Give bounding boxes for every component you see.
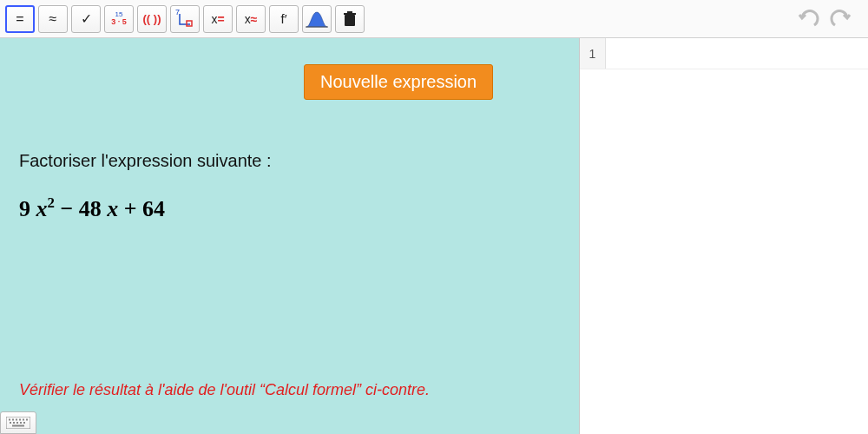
redo-button[interactable] bbox=[826, 6, 856, 32]
cas-row: 1 bbox=[580, 38, 868, 69]
svg-rect-9 bbox=[19, 419, 21, 421]
cas-input[interactable] bbox=[606, 38, 868, 69]
svg-rect-2 bbox=[345, 15, 355, 26]
svg-rect-8 bbox=[16, 419, 17, 421]
tool-numeric[interactable]: ≈ bbox=[38, 5, 68, 33]
svg-rect-11 bbox=[26, 419, 28, 421]
instruction-text: Factoriser l'expression suivante : bbox=[19, 151, 272, 171]
redo-icon bbox=[830, 10, 852, 29]
svg-rect-3 bbox=[344, 13, 356, 15]
check-icon: ✓ bbox=[81, 10, 92, 27]
keyboard-icon bbox=[6, 417, 30, 429]
app-root: = ≈ ✓ 15 3 · 5 (( )) 7 x= bbox=[0, 0, 868, 434]
svg-rect-15 bbox=[20, 422, 22, 424]
trash-icon bbox=[342, 10, 358, 28]
xeq-icon: x= bbox=[211, 12, 224, 26]
main-area: Nouvelle expression Factoriser l'express… bbox=[0, 38, 868, 434]
xapprox-icon: x≈ bbox=[245, 12, 258, 26]
svg-rect-17 bbox=[12, 425, 24, 427]
svg-rect-12 bbox=[10, 422, 11, 424]
svg-rect-14 bbox=[16, 422, 18, 424]
tool-keep-input[interactable]: ✓ bbox=[71, 5, 101, 33]
undo-button[interactable] bbox=[793, 6, 823, 32]
tool-nsolve[interactable]: x≈ bbox=[236, 5, 266, 33]
expression-display: 9 x2 − 48 x + 64 bbox=[19, 194, 165, 222]
cas-panel: 1 bbox=[580, 38, 868, 434]
hint-text: Vérifier le résultat à l'aide de l'outil… bbox=[19, 381, 430, 399]
tool-solve[interactable]: x= bbox=[203, 5, 233, 33]
factor-bot: 3 · 5 bbox=[111, 18, 127, 26]
tool-evaluate[interactable]: = bbox=[5, 5, 35, 33]
svg-rect-10 bbox=[23, 419, 24, 421]
tool-delete[interactable] bbox=[335, 5, 365, 33]
svg-rect-16 bbox=[23, 422, 25, 424]
virtual-keyboard-button[interactable] bbox=[0, 411, 36, 434]
bell-curve-icon bbox=[306, 10, 328, 29]
toolbar: = ≈ ✓ 15 3 · 5 (( )) 7 x= bbox=[0, 0, 868, 38]
svg-rect-6 bbox=[9, 419, 10, 421]
tool-derivative[interactable]: f′ bbox=[269, 5, 299, 33]
paren-icon: (( )) bbox=[143, 12, 161, 25]
approx-icon: ≈ bbox=[49, 11, 57, 27]
graphics-panel: Nouvelle expression Factoriser l'express… bbox=[0, 38, 580, 434]
tool-probability[interactable] bbox=[302, 5, 332, 33]
derivative-icon: f′ bbox=[281, 11, 287, 26]
svg-rect-4 bbox=[347, 11, 352, 13]
equals-icon: = bbox=[16, 11, 23, 27]
svg-rect-13 bbox=[13, 422, 15, 424]
undo-icon bbox=[797, 10, 819, 29]
angle-sup: 7 bbox=[175, 8, 180, 16]
cas-row-index: 1 bbox=[580, 38, 606, 69]
new-expression-button[interactable]: Nouvelle expression bbox=[304, 64, 493, 100]
tool-expand[interactable]: (( )) bbox=[137, 5, 167, 33]
svg-rect-7 bbox=[12, 419, 14, 421]
tool-substitute[interactable]: 7 bbox=[170, 5, 200, 33]
tool-factor[interactable]: 15 3 · 5 bbox=[104, 5, 134, 33]
svg-rect-0 bbox=[187, 21, 192, 26]
undo-redo-group bbox=[793, 6, 856, 32]
